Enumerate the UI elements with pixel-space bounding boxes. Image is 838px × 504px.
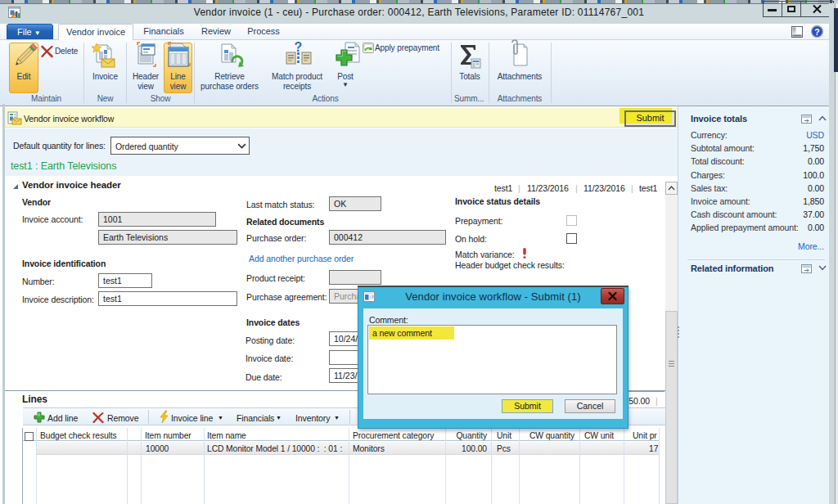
svg-text:?: ? (295, 40, 303, 54)
svg-text:?: ? (814, 27, 819, 37)
